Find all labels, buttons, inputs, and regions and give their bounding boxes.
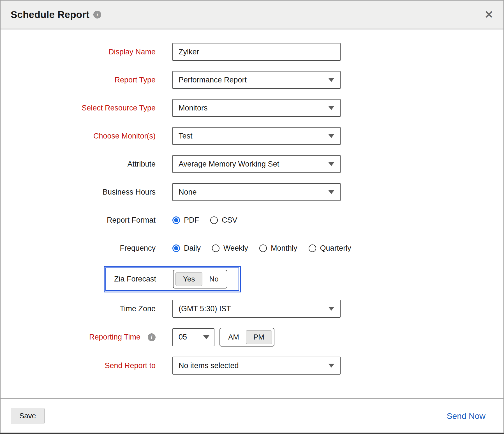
report-format-row: Report Format PDF CSV	[1, 211, 503, 229]
zia-forecast-highlight-box: Zia Forecast Yes No	[105, 267, 239, 291]
choose-monitors-label: Choose Monitor(s)	[1, 132, 156, 140]
send-report-to-select[interactable]: No items selected	[172, 357, 341, 375]
chevron-down-icon	[328, 190, 334, 194]
time-zone-select[interactable]: (GMT 5:30) IST	[172, 300, 341, 318]
report-type-label: Report Type	[1, 76, 156, 84]
save-button[interactable]: Save	[11, 408, 45, 424]
info-icon[interactable]: i	[93, 11, 101, 19]
schedule-report-dialog: Schedule Report i ✕ Display Name Report …	[0, 0, 504, 434]
chevron-down-icon	[328, 106, 334, 110]
choose-monitors-value: Test	[179, 132, 193, 140]
radio-pdf[interactable]: PDF	[172, 216, 199, 225]
report-type-value: Performance Report	[179, 76, 247, 84]
reporting-time-row: Reporting Time i 05 AM PM	[1, 328, 503, 347]
zia-forecast-toggle: Yes No	[173, 270, 227, 288]
meridiem-toggle: AM PM	[219, 328, 274, 347]
radio-monthly[interactable]: Monthly	[259, 244, 297, 253]
reporting-time-label: Reporting Time i	[1, 333, 156, 341]
send-report-to-row: Send Report to No items selected	[1, 357, 503, 375]
chevron-down-icon	[328, 162, 334, 166]
resource-type-row: Select Resource Type Monitors	[1, 99, 503, 117]
display-name-row: Display Name	[1, 43, 503, 61]
attribute-row: Attribute Average Memory Working Set	[1, 155, 503, 173]
zia-forecast-row: Zia Forecast Yes No	[1, 267, 503, 291]
display-name-label: Display Name	[1, 48, 156, 56]
radio-icon	[309, 244, 316, 252]
reporting-hour-value: 05	[179, 333, 187, 341]
business-hours-select[interactable]: None	[172, 183, 341, 201]
radio-icon	[172, 244, 180, 252]
attribute-value: Average Memory Working Set	[179, 160, 279, 168]
time-zone-label: Time Zone	[1, 304, 156, 313]
attribute-select[interactable]: Average Memory Working Set	[172, 155, 341, 173]
dialog-header: Schedule Report i ✕	[1, 1, 503, 29]
zia-forecast-label: Zia Forecast	[106, 275, 156, 283]
choose-monitors-select[interactable]: Test	[172, 127, 341, 145]
schedule-report-form: Display Name Report Type Performance Rep…	[1, 29, 503, 398]
report-type-select[interactable]: Performance Report	[172, 71, 341, 89]
resource-type-label: Select Resource Type	[1, 104, 156, 112]
chevron-down-icon	[203, 335, 209, 339]
attribute-label: Attribute	[1, 160, 156, 168]
chevron-down-icon	[328, 78, 334, 82]
frequency-row: Frequency Daily Weekly Monthly	[1, 239, 503, 257]
radio-quarterly[interactable]: Quarterly	[309, 244, 351, 253]
frequency-label: Frequency	[1, 244, 156, 253]
frequency-radio-group: Daily Weekly Monthly Quarterly	[172, 244, 351, 253]
business-hours-value: None	[179, 188, 197, 197]
display-name-input[interactable]	[172, 43, 341, 61]
radio-icon	[172, 216, 180, 224]
send-now-link[interactable]: Send Now	[447, 411, 485, 421]
reporting-hour-select[interactable]: 05	[172, 328, 214, 346]
chevron-down-icon	[328, 134, 334, 138]
time-zone-value: (GMT 5:30) IST	[179, 304, 231, 313]
radio-weekly[interactable]: Weekly	[212, 244, 248, 253]
time-zone-row: Time Zone (GMT 5:30) IST	[1, 300, 503, 318]
radio-icon	[259, 244, 267, 252]
dialog-title: Schedule Report	[11, 9, 89, 20]
zia-forecast-yes-button[interactable]: Yes	[175, 272, 202, 286]
resource-type-select[interactable]: Monitors	[172, 99, 341, 117]
radio-icon	[210, 216, 218, 224]
business-hours-row: Business Hours None	[1, 183, 503, 201]
business-hours-label: Business Hours	[1, 188, 156, 197]
dialog-footer: Save Send Now	[1, 398, 503, 433]
chevron-down-icon	[328, 307, 334, 311]
resource-type-value: Monitors	[179, 104, 208, 112]
choose-monitors-row: Choose Monitor(s) Test	[1, 127, 503, 145]
send-report-to-value: No items selected	[179, 361, 239, 370]
radio-csv[interactable]: CSV	[210, 216, 237, 225]
am-button[interactable]: AM	[222, 330, 245, 344]
report-type-row: Report Type Performance Report	[1, 71, 503, 89]
info-icon[interactable]: i	[148, 333, 156, 341]
zia-forecast-no-button[interactable]: No	[203, 272, 225, 286]
report-format-radio-group: PDF CSV	[172, 216, 237, 225]
chevron-down-icon	[328, 364, 334, 368]
report-format-label: Report Format	[1, 216, 156, 225]
send-report-to-label: Send Report to	[1, 361, 156, 370]
close-icon[interactable]: ✕	[484, 9, 493, 20]
radio-icon	[212, 244, 219, 252]
pm-button[interactable]: PM	[246, 330, 272, 344]
radio-daily[interactable]: Daily	[172, 244, 201, 253]
